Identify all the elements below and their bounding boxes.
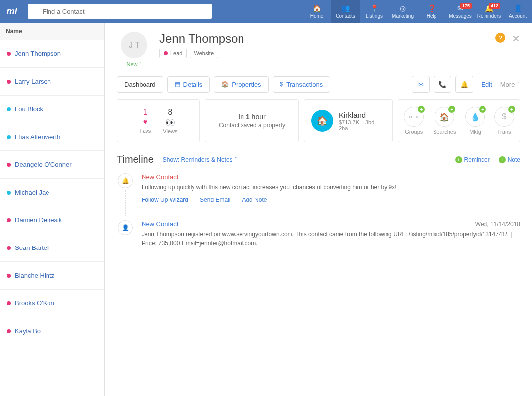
nav-marketing[interactable]: ◎Marketing	[388, 0, 417, 23]
timeline-item-text: Jenn Thompson registered on www.servingy…	[142, 230, 520, 248]
contact-list-item[interactable]: Lou Block	[0, 96, 104, 123]
bell-icon: 🔔	[118, 173, 133, 188]
timeline-item-date: Wed, 11/14/2018	[475, 221, 520, 228]
dashboard-icon: 🏠	[313, 4, 321, 12]
search-icon: 🏠	[439, 112, 449, 122]
tab-transactions[interactable]: $Transactions	[273, 76, 331, 93]
tag-lead[interactable]: Lead	[159, 49, 187, 58]
timeline-filter[interactable]: Show: Reminders & Notes ˅	[163, 156, 237, 163]
contact-list-item[interactable]: Brooks O'Kon	[0, 290, 104, 317]
dollar-icon: $	[502, 112, 506, 121]
nav-label: Marketing	[392, 13, 414, 19]
price: $713.7K	[339, 119, 359, 125]
stats-card: 1♥Favs 8👀Views	[117, 99, 200, 142]
call-button[interactable]: 📞	[434, 76, 451, 93]
add-note-link[interactable]: +Note	[499, 156, 520, 163]
home-circle-icon: 🏠	[311, 110, 333, 132]
user-icon: 👤	[118, 220, 133, 235]
status-dot-icon	[7, 246, 11, 250]
favs-count: 1	[140, 108, 151, 117]
reminder-button[interactable]: 🔔	[455, 76, 473, 93]
binoculars-icon: 👀	[163, 118, 177, 127]
status-dot-icon	[7, 52, 11, 56]
nav-label: Listings	[366, 13, 383, 19]
contact-list-item[interactable]: Kayla Bo	[0, 317, 104, 345]
groups-action[interactable]: ⚬⚬+Groups	[404, 107, 424, 135]
tab-properties[interactable]: 🏠Properties	[214, 76, 268, 93]
baths: 2ba	[339, 125, 348, 131]
drop-icon: 💧	[470, 112, 480, 122]
location-card[interactable]: 🏠 Kirkland $713.7K3bd 2ba	[304, 99, 393, 142]
tab-details[interactable]: ▤Details	[167, 76, 210, 93]
groups-icon: ⚬⚬	[407, 112, 420, 122]
timeline-item-title: New Contact	[142, 220, 178, 228]
follow-up-wizard-link[interactable]: Follow Up Wizard	[142, 197, 188, 203]
app-logo[interactable]: ml	[0, 0, 24, 23]
add-reminder-link[interactable]: +Reminder	[455, 156, 490, 163]
details-icon: ▤	[175, 81, 180, 88]
status-dot-icon	[7, 80, 11, 84]
contact-list-item[interactable]: Elias Altenwerth	[0, 123, 104, 151]
quick-actions-card: ⚬⚬+Groups 🏠+Searches 💧+Mktg $+Trans	[398, 99, 520, 142]
search-input[interactable]	[28, 4, 212, 19]
status-dot-icon	[7, 218, 11, 222]
contact-list-item[interactable]: Blanche Hintz	[0, 262, 104, 290]
close-icon[interactable]: ✕	[512, 33, 520, 45]
nav-help[interactable]: ❓Help	[417, 0, 446, 23]
nav-label: Contacts	[336, 13, 355, 19]
status-dot-icon	[7, 163, 11, 167]
activity-card: In 1 hour Contact saved a property	[205, 99, 299, 142]
add-note-link[interactable]: Add Note	[242, 197, 267, 203]
nav-listings[interactable]: 📍Listings	[360, 0, 388, 23]
nav-reminders[interactable]: 🔔412Reminders	[475, 0, 503, 23]
mktg-action[interactable]: 💧+Mktg	[465, 107, 485, 135]
plus-icon: +	[418, 106, 425, 113]
plus-icon: +	[499, 156, 506, 163]
new-dropdown[interactable]: New ˅	[126, 61, 142, 67]
nav-label: Reminders	[477, 13, 501, 19]
timeline-item-title: New Contact	[142, 173, 520, 181]
help-icon: ❓	[428, 4, 436, 12]
contact-list-item[interactable]: Sean Bartell	[0, 234, 104, 262]
lead-dot-icon	[164, 51, 168, 55]
contact-name: Brooks O'Kon	[15, 299, 54, 307]
user-icon: 👤	[514, 4, 522, 12]
target-icon: ◎	[400, 4, 406, 12]
email-button[interactable]: ✉	[412, 76, 430, 93]
plus-icon: +	[508, 106, 515, 113]
nav-home[interactable]: 🏠Home	[302, 0, 331, 23]
tag-website[interactable]: Website	[190, 49, 218, 58]
nav-messages[interactable]: ✉175Messages	[446, 0, 475, 23]
status-dot-icon	[7, 107, 11, 111]
timeline-title: Timeline	[117, 154, 154, 165]
status-dot-icon	[7, 135, 11, 139]
nav-label: Messages	[449, 13, 472, 19]
contact-list-item[interactable]: Jenn Thompson	[0, 40, 104, 68]
contact-list-item[interactable]: Damien Denesik	[0, 206, 104, 234]
contacts-sidebar: Name Jenn ThompsonLarry LarsonLou BlockE…	[0, 23, 105, 396]
edit-link[interactable]: Edit	[477, 81, 496, 88]
send-email-link[interactable]: Send Email	[200, 197, 230, 203]
more-dropdown[interactable]: More ˅	[500, 81, 520, 88]
tab-dashboard[interactable]: Dashboard	[117, 76, 163, 93]
heart-icon: ♥	[140, 118, 151, 127]
status-dot-icon	[7, 329, 11, 333]
nav-label: Help	[427, 13, 437, 19]
nav-account[interactable]: 👤Account	[503, 0, 532, 23]
nav-contacts[interactable]: 👥Contacts	[331, 0, 360, 23]
pin-icon: 📍	[370, 4, 379, 12]
mail-icon: ✉	[418, 81, 424, 88]
contact-list-item[interactable]: Larry Larson	[0, 68, 104, 96]
contact-name: Kayla Bo	[15, 327, 41, 335]
contact-name: Lou Block	[15, 105, 43, 113]
searches-action[interactable]: 🏠+Searches	[433, 107, 456, 135]
search-wrap: 🔍	[24, 0, 212, 23]
contact-list-item[interactable]: Michael Jae	[0, 179, 104, 206]
help-badge[interactable]: ?	[495, 33, 505, 43]
avatar: J T	[121, 32, 147, 58]
messages-badge: 175	[460, 3, 472, 9]
top-bar: ml 🔍 🏠Home 👥Contacts 📍Listings ◎Marketin…	[0, 0, 532, 23]
plus-icon: +	[455, 156, 462, 163]
contact-list-item[interactable]: Deangelo O'Conner	[0, 151, 104, 179]
trans-action[interactable]: $+Trans	[494, 107, 514, 135]
